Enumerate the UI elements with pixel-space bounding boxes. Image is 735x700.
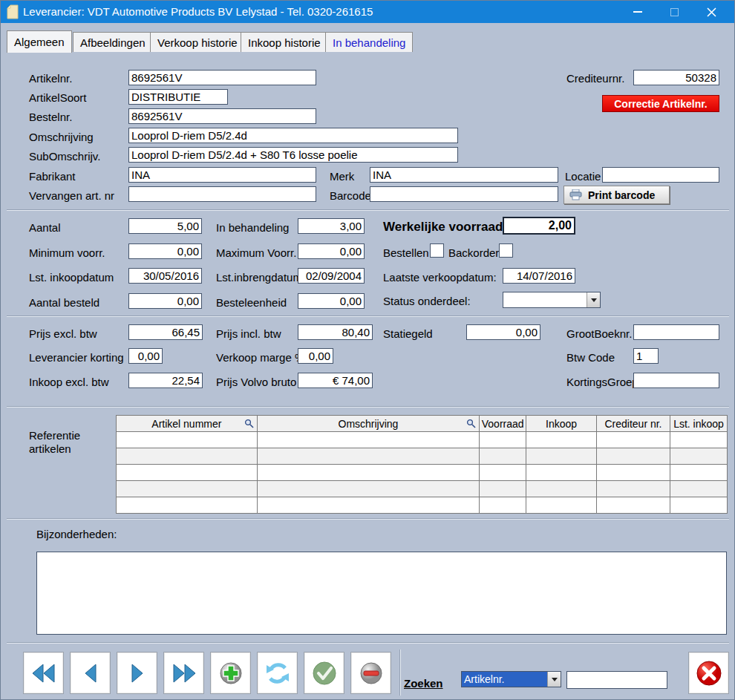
artikelsoort-input[interactable] [128, 89, 228, 105]
lst-inbrengdatum-input[interactable] [298, 268, 365, 284]
refresh-icon [264, 660, 291, 687]
column-inkoop[interactable]: Inkoop [526, 416, 597, 432]
previous-record-button[interactable] [70, 652, 111, 694]
lst-inkoopdatum-input[interactable] [128, 268, 202, 284]
refresh-button[interactable] [257, 652, 298, 694]
table-cell [526, 465, 597, 481]
bestellen-checkbox[interactable] [430, 243, 444, 258]
column-lst-inkoop[interactable]: Lst. inkoop [670, 416, 727, 432]
delete-record-button[interactable] [350, 652, 391, 694]
table-row[interactable] [117, 448, 728, 465]
aantal-input[interactable] [128, 218, 202, 234]
tab-afbeeldingen[interactable]: Afbeeldingen [73, 32, 153, 52]
aantal-besteld-input[interactable] [128, 293, 202, 309]
close-icon [707, 7, 716, 17]
next-record-icon [126, 662, 148, 684]
table-row[interactable] [117, 432, 728, 448]
barcode-input[interactable] [370, 186, 558, 202]
backorder-checkbox[interactable] [499, 243, 513, 258]
search-by-dropdown[interactable]: Artikelnr. [461, 671, 561, 687]
bestelnr-input[interactable] [128, 108, 316, 124]
dropdown-button[interactable] [547, 672, 561, 687]
document-icon [7, 4, 19, 19]
table-row[interactable] [117, 497, 728, 514]
btw-code-label: Btw Code [566, 351, 615, 364]
artikelnr-label: Artikelnr. [29, 72, 72, 85]
crediteurnr-label: Crediteurnr. [566, 72, 624, 85]
column-crediteur-nr[interactable]: Crediteur nr. [597, 416, 670, 432]
print-barcode-label: Print barcode [588, 189, 655, 201]
bijzonderheden-textarea[interactable] [36, 552, 727, 635]
laatste-verkoopdatum-input[interactable] [503, 268, 575, 284]
table-cell [117, 432, 258, 448]
last-record-button[interactable] [163, 652, 204, 694]
tab-inkoop-historie[interactable]: Inkoop historie [241, 32, 328, 52]
aantal-label: Aantal [29, 221, 61, 234]
subomschrijv-input[interactable] [128, 147, 458, 163]
table-row[interactable] [117, 465, 728, 481]
toolbar-separator [399, 650, 401, 696]
check-icon [311, 660, 338, 687]
column-voorraad[interactable]: Voorraad [480, 416, 526, 432]
reference-table-rows [117, 432, 728, 514]
artikelnr-input[interactable] [128, 70, 316, 85]
last-record-icon [171, 662, 197, 684]
status-onderdeel-dropdown[interactable] [503, 292, 601, 308]
backorder-label: Backorder [448, 246, 499, 259]
prijs-volvo-input[interactable] [298, 373, 373, 388]
confirm-button[interactable] [304, 652, 344, 694]
column-omschrijving[interactable]: Omschrijving [257, 416, 479, 432]
besteleenheid-input[interactable] [298, 293, 365, 309]
werkelijke-voorraad-label: Werkelijke voorraad [383, 220, 503, 235]
correctie-artikelnr-button[interactable]: Correctie Artikelnr. [602, 95, 719, 112]
prijs-excl-input[interactable] [128, 324, 203, 340]
grootboeknr-input[interactable] [633, 324, 719, 340]
lst-inbrengdatum-label: Lst.inbrengdatum [216, 271, 302, 284]
leverancier-korting-input[interactable] [128, 348, 163, 364]
next-record-button[interactable] [117, 652, 157, 694]
tab-verkoop-historie[interactable]: Verkoop historie [150, 32, 245, 52]
prijs-incl-label: Prijs incl. btw [216, 327, 281, 340]
status-onderdeel-value [503, 292, 587, 307]
referentie-label-line2: artikelen [29, 442, 71, 455]
merk-input[interactable] [370, 167, 558, 183]
table-cell [597, 481, 670, 497]
inkoop-excl-input[interactable] [128, 373, 203, 388]
search-input[interactable] [566, 671, 667, 689]
leverancier-korting-label: Leverancier korting [29, 351, 124, 364]
table-cell [117, 497, 258, 514]
add-record-button[interactable] [210, 652, 251, 694]
tab-algemeen[interactable]: Algemeen [7, 30, 72, 53]
minimize-icon [633, 11, 642, 13]
crediteurnr-input[interactable] [633, 70, 719, 85]
title-bar: Leverancier: VDT Automotive Products BV … [1, 1, 734, 23]
minimum-voorr-input[interactable] [128, 243, 202, 259]
maximize-button[interactable] [658, 1, 691, 23]
table-cell [257, 448, 479, 465]
print-barcode-button[interactable]: Print barcode [564, 186, 670, 204]
bijzonderheden-label: Bijzonderheden: [36, 528, 117, 540]
dropdown-button[interactable] [587, 292, 600, 307]
werkelijke-voorraad-input[interactable] [503, 217, 575, 235]
verkoop-marge-input[interactable] [298, 348, 333, 364]
first-record-button[interactable] [23, 652, 64, 694]
table-cell [480, 465, 526, 481]
close-form-button[interactable] [688, 652, 729, 694]
vervangen-input[interactable] [128, 186, 316, 202]
kortingsgroep-input[interactable] [633, 373, 719, 388]
window-close-button[interactable] [695, 1, 728, 23]
column-artikel-nummer[interactable]: Artikel nummer [117, 416, 258, 432]
prijs-incl-input[interactable] [298, 324, 373, 340]
statiegeld-input[interactable] [466, 324, 540, 340]
table-cell [526, 432, 597, 448]
omschrijving-input[interactable] [128, 128, 458, 143]
minimize-button[interactable] [621, 1, 654, 23]
locatie-input[interactable] [602, 167, 719, 183]
fabrikant-input[interactable] [128, 167, 316, 183]
maximum-voorr-input[interactable] [298, 243, 365, 259]
table-row[interactable] [117, 481, 728, 497]
in-behandeling-input[interactable] [298, 218, 365, 234]
tab-in-behandeling[interactable]: In behandeling [325, 32, 413, 52]
section-divider [7, 518, 729, 520]
btw-code-input[interactable] [633, 348, 659, 364]
